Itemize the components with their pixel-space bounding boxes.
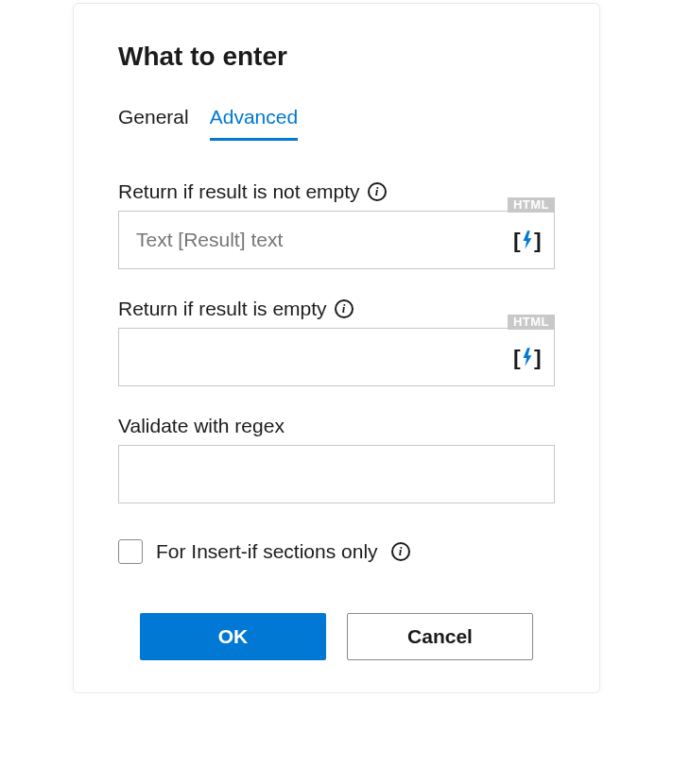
html-badge: HTML	[508, 315, 555, 330]
svg-text:[: [	[513, 345, 521, 369]
validate-regex-input[interactable]	[118, 445, 555, 503]
svg-text:]: ]	[534, 228, 542, 252]
tabs: General Advanced	[118, 106, 555, 141]
bolt-icon: [ ]	[513, 227, 542, 253]
info-icon[interactable]: i	[335, 299, 354, 318]
insert-variable-button[interactable]: [ ]	[513, 343, 542, 371]
field-return-empty: Return if result is empty i HTML [ ]	[118, 298, 555, 386]
svg-text:]: ]	[534, 345, 542, 369]
field-return-not-empty: Return if result is not empty i HTML [ ]	[118, 180, 555, 269]
cancel-button[interactable]: Cancel	[347, 613, 533, 660]
field-label-row: Validate with regex	[118, 415, 555, 437]
html-badge: HTML	[508, 197, 555, 213]
checkbox-label: For Insert-if sections only	[156, 540, 378, 563]
dialog: What to enter General Advanced Return if…	[73, 3, 600, 693]
return-empty-input[interactable]	[118, 328, 555, 386]
input-wrapper: HTML [ ]	[118, 328, 555, 386]
bolt-icon: [ ]	[513, 344, 542, 370]
insert-variable-button[interactable]: [ ]	[513, 226, 542, 254]
dialog-title: What to enter	[118, 42, 555, 72]
field-label: Return if result is empty	[118, 298, 327, 320]
info-icon[interactable]: i	[368, 182, 387, 201]
insert-if-checkbox[interactable]	[118, 539, 143, 564]
field-label-row: Return if result is not empty i	[118, 180, 555, 203]
field-label: Return if result is not empty	[118, 180, 360, 203]
field-label-row: Return if result is empty i	[118, 298, 555, 320]
input-wrapper: HTML [ ]	[118, 211, 555, 269]
field-validate-regex: Validate with regex	[118, 415, 555, 503]
checkbox-row: For Insert-if sections only i	[118, 539, 555, 564]
svg-text:[: [	[513, 228, 521, 252]
ok-button[interactable]: OK	[140, 613, 326, 660]
field-label: Validate with regex	[118, 415, 285, 437]
info-icon[interactable]: i	[391, 542, 410, 561]
tab-advanced[interactable]: Advanced	[210, 106, 298, 141]
button-row: OK Cancel	[118, 613, 555, 660]
tab-general[interactable]: General	[118, 106, 189, 141]
input-wrapper	[118, 445, 555, 503]
return-not-empty-input[interactable]	[118, 211, 555, 269]
